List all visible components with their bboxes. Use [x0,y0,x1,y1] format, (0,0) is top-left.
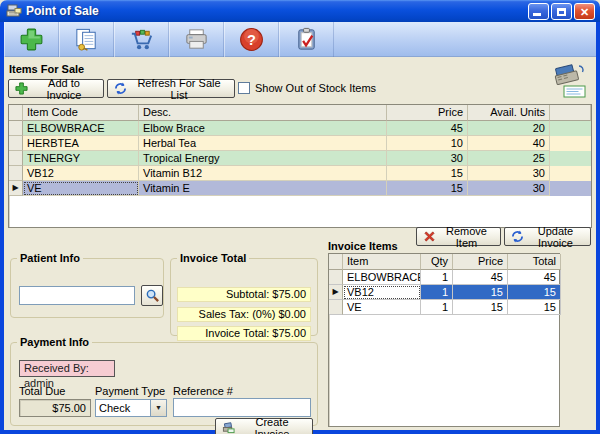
create-invoice-button[interactable]: Create Invoice [215,418,313,434]
shopping-cart-button[interactable] [114,22,169,57]
cell-item-code[interactable]: VE [23,181,139,196]
cell-qty[interactable]: 1 [421,285,453,300]
table-row-selected[interactable]: ▶ VB12 1 15 15 [329,285,559,300]
table-row-selected[interactable]: ▶ VE Vitamin E 15 30 [9,181,591,196]
grid-header-row: Item Code Desc. Price Avail. Units [9,105,591,121]
header-filler [550,105,591,121]
cell-item[interactable]: VB12 [343,285,421,300]
cell-avail-units[interactable]: 25 [468,151,550,166]
table-row[interactable]: TENERGY Tropical Energy 30 25 [9,151,591,166]
current-row-marker[interactable]: ▶ [329,285,343,300]
payment-type-dropdown[interactable]: Check ▼ [95,399,167,417]
cell-desc[interactable]: Vitamin E [139,181,387,196]
refresh-for-sale-list-button[interactable]: Refresh For Sale List [107,79,235,98]
patient-search-input[interactable] [19,286,135,305]
plus-icon [15,82,28,95]
column-header-item[interactable]: Item [343,254,421,270]
main-toolbar: ? [4,22,596,57]
cell-price[interactable]: 45 [453,270,508,285]
cell-price[interactable]: 15 [387,166,468,181]
cell-total[interactable]: 45 [508,270,561,285]
column-header-desc[interactable]: Desc. [139,105,387,121]
add-to-invoice-label: Add to Invoice [33,77,103,101]
received-by-badge: Received By: admin [19,360,115,377]
cell-price[interactable]: 15 [453,300,508,315]
cell-price[interactable]: 45 [387,121,468,136]
cell-price[interactable]: 15 [387,181,468,196]
cell-avail-units[interactable]: 40 [468,136,550,151]
print-button[interactable] [169,22,224,57]
close-button[interactable]: ✕ [574,3,595,20]
current-row-marker[interactable]: ▶ [9,181,23,196]
add-to-invoice-button[interactable]: Add to Invoice [8,79,104,98]
remove-item-button[interactable]: Remove Item [416,227,501,246]
column-header-item-code[interactable]: Item Code [23,105,139,121]
subtotal-value: Subtotal: $75.00 [177,287,311,302]
create-invoice-toolbar-button[interactable] [279,22,334,57]
cell-item-code[interactable]: HERBTEA [23,136,139,151]
patient-info-group: Patient Info [10,252,164,318]
cell-qty[interactable]: 1 [421,300,453,315]
shopping-cart-icon [128,26,155,53]
items-for-sale-title: Items For Sale [9,63,84,75]
chevron-down-icon[interactable]: ▼ [150,400,166,416]
cell-item-code[interactable]: VB12 [23,166,139,181]
row-selector[interactable] [9,136,23,151]
new-item-button[interactable] [4,22,59,57]
column-header-avail-units[interactable]: Avail. Units [468,105,550,121]
cell-desc[interactable]: Herbal Tea [139,136,387,151]
row-selector[interactable] [329,270,343,285]
window-frame: ? Items For Sale [0,22,600,434]
column-header-total[interactable]: Total [508,254,561,270]
patient-info-title: Patient Info [17,252,83,264]
show-out-of-stock-checkbox[interactable] [238,82,250,94]
payment-type-value: Check [96,400,150,416]
row-selector[interactable] [9,166,23,181]
cell-item-code[interactable]: ELBOWBRACE [23,121,139,136]
printer-icon [183,26,210,53]
table-row[interactable]: ELBOWBRACE 1 45 45 [329,270,559,285]
cell-avail-units[interactable]: 20 [468,121,550,136]
table-row[interactable]: HERBTEA Herbal Tea 10 40 [9,136,591,151]
invoice-items-title: Invoice Items [328,240,398,252]
cell-desc[interactable]: Vitamin B12 [139,166,387,181]
cell-total[interactable]: 15 [508,300,561,315]
row-filler [550,136,591,151]
column-header-qty[interactable]: Qty [421,254,453,270]
row-filler [550,181,591,196]
register-terminal-icon [548,60,590,100]
update-invoice-button[interactable]: Update Invoice [504,227,591,246]
minimize-button[interactable] [528,3,549,20]
cell-price[interactable]: 30 [387,151,468,166]
total-due-label: Total Due [19,385,65,397]
items-for-sale-grid: Item Code Desc. Price Avail. Units ELBOW… [8,104,592,228]
invoice-list-button[interactable] [59,22,114,57]
maximize-button[interactable] [551,3,572,20]
cell-item[interactable]: ELBOWBRACE [343,270,421,285]
cell-avail-units[interactable]: 30 [468,181,550,196]
cell-item[interactable]: VE [343,300,421,315]
table-row[interactable]: VB12 Vitamin B12 15 30 [9,166,591,181]
cell-total[interactable]: 15 [508,285,561,300]
total-due-value: $75.00 [19,399,91,417]
table-row[interactable]: ELBOWBRACE Elbow Brace 45 20 [9,121,591,136]
help-button[interactable]: ? [224,22,279,57]
cell-qty[interactable]: 1 [421,270,453,285]
title-bar[interactable]: Point of Sale ✕ [0,0,600,22]
remove-item-label: Remove Item [441,225,500,249]
cell-item-code[interactable]: TENERGY [23,151,139,166]
patient-search-button[interactable] [141,285,163,306]
row-selector[interactable] [329,300,343,315]
payment-info-group: Payment Info Received By: admin Total Du… [10,336,318,426]
cell-desc[interactable]: Tropical Energy [139,151,387,166]
row-selector[interactable] [9,151,23,166]
cell-avail-units[interactable]: 30 [468,166,550,181]
column-header-price[interactable]: Price [453,254,508,270]
column-header-price[interactable]: Price [387,105,468,121]
cell-price[interactable]: 15 [453,285,508,300]
cell-desc[interactable]: Elbow Brace [139,121,387,136]
cell-price[interactable]: 10 [387,136,468,151]
table-row[interactable]: VE 1 15 15 [329,300,559,315]
reference-input[interactable] [173,398,311,417]
row-selector[interactable] [9,121,23,136]
